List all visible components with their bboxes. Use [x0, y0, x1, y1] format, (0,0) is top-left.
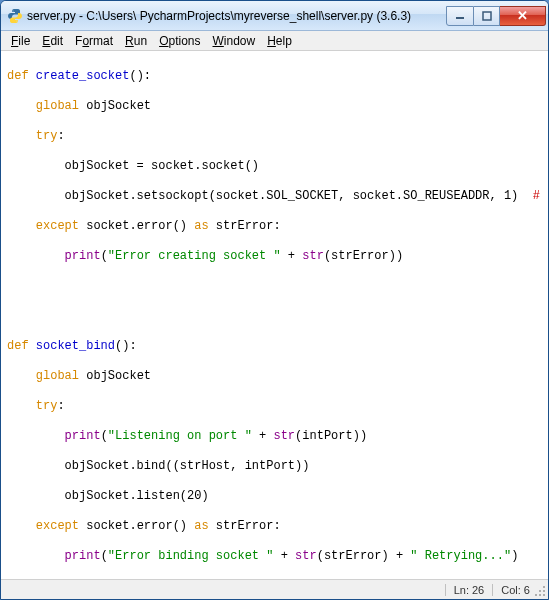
editor-window: server.py - C:\Users\ PycharmProjects\my… — [0, 0, 549, 600]
code-line: print("Error creating socket " + str(str… — [7, 249, 542, 264]
code-line: except socket.error() as strError: — [7, 519, 542, 534]
code-line: objSocket.setsockopt(socket.SOL_SOCKET, … — [7, 189, 542, 204]
code-line: objSocket.listen(20) — [7, 489, 542, 504]
svg-point-6 — [539, 594, 541, 596]
code-line: try: — [7, 399, 542, 414]
code-line: try: — [7, 129, 542, 144]
code-line: print("Error binding socket " + str(strE… — [7, 549, 542, 564]
minimize-button[interactable] — [446, 6, 474, 26]
code-line: global objSocket — [7, 369, 542, 384]
menu-window[interactable]: Window — [207, 32, 262, 50]
statusbar: Ln: 26 Col: 6 — [1, 579, 548, 599]
minimize-icon — [455, 11, 465, 21]
code-line — [7, 279, 542, 294]
close-icon: ✕ — [517, 8, 528, 23]
code-line — [7, 309, 542, 324]
code-line: def socket_bind(): — [7, 339, 542, 354]
svg-rect-1 — [483, 12, 491, 20]
menubar: File Edit Format Run Options Window Help — [1, 31, 548, 51]
svg-point-7 — [543, 594, 545, 596]
titlebar[interactable]: server.py - C:\Users\ PycharmProjects\my… — [1, 1, 548, 31]
maximize-button[interactable] — [474, 6, 500, 26]
status-col: Col: 6 — [492, 584, 538, 596]
menu-file[interactable]: File — [5, 32, 36, 50]
resize-grip-icon[interactable] — [533, 584, 547, 598]
status-line: Ln: 26 — [445, 584, 493, 596]
svg-point-2 — [543, 586, 545, 588]
python-icon — [7, 8, 23, 24]
window-controls: ✕ — [446, 6, 546, 26]
menu-format[interactable]: Format — [69, 32, 119, 50]
menu-options[interactable]: Options — [153, 32, 206, 50]
svg-point-5 — [535, 594, 537, 596]
code-line: except socket.error() as strError: — [7, 219, 542, 234]
code-line: objSocket = socket.socket() — [7, 159, 542, 174]
code-line: def create_socket(): — [7, 69, 542, 84]
close-button[interactable]: ✕ — [500, 6, 546, 26]
code-line: global objSocket — [7, 99, 542, 114]
menu-help[interactable]: Help — [261, 32, 298, 50]
code-editor[interactable]: def create_socket(): global objSocket tr… — [1, 51, 548, 579]
code-line: objSocket.bind((strHost, intPort)) — [7, 459, 542, 474]
svg-point-3 — [539, 590, 541, 592]
menu-edit[interactable]: Edit — [36, 32, 69, 50]
code-line: print("Listening on port " + str(intPort… — [7, 429, 542, 444]
window-title: server.py - C:\Users\ PycharmProjects\my… — [27, 9, 446, 23]
svg-point-4 — [543, 590, 545, 592]
svg-rect-0 — [456, 17, 464, 19]
menu-run[interactable]: Run — [119, 32, 153, 50]
maximize-icon — [482, 11, 492, 21]
